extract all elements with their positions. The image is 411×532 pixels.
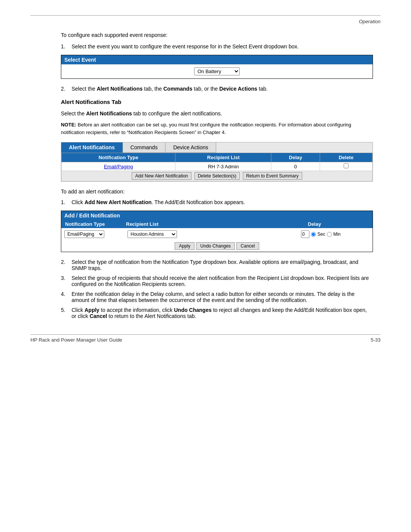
add-edit-delay-area: Sec Min [301, 230, 370, 238]
step3-notif-text: Select the group of recipients that shou… [72, 275, 373, 287]
step2-bold1: Alert Notifications [97, 86, 143, 92]
col-header-delay: Delay [271, 153, 320, 162]
step1-num: 1. [61, 43, 72, 50]
step3-notif: 3. Select the group of recipients that s… [61, 275, 373, 287]
step2-item: 2. Select the Alert Notifications tab, t… [61, 86, 373, 92]
add-new-alert-notification-button[interactable]: Add New Alert Notification [132, 172, 191, 180]
step2-bold3: Device Actions [219, 86, 257, 92]
add-alert-bold: Add New Alert Notification [84, 199, 151, 205]
section-heading: Alert Notifications Tab [61, 99, 373, 105]
step5-bold3: Cancel [89, 313, 107, 319]
bottom-rule [30, 334, 381, 335]
delay-sec-label: Sec [317, 232, 325, 237]
add-edit-header: Add / Edit Notification [61, 211, 373, 220]
notif-type-cell: Email/Paging [62, 162, 175, 171]
add-alert-step1-num: 1. [61, 199, 72, 205]
tab-device-actions[interactable]: Device Actions [166, 142, 216, 153]
col-header-notif-type: Notification Type [62, 153, 175, 162]
col-header-recip-list: Recipient List [175, 153, 271, 162]
note-text: Before an alert notification can be set … [61, 122, 351, 135]
step1-item: 1. Select the event you want to configur… [61, 43, 373, 50]
delay-min-radio[interactable] [327, 232, 332, 237]
section-para: Select the Alert Notifications tab to co… [61, 110, 373, 117]
email-paging-link[interactable]: Email/Paging [104, 164, 133, 169]
recipient-list-cell: RH 7-3 Admin [175, 162, 271, 171]
add-edit-recip-area: Houston Admins [125, 230, 301, 238]
step1-text: Select the event you want to configure t… [72, 43, 373, 50]
footer-row: HP Rack and Power Manager User Guide 5-3… [30, 337, 381, 343]
step2-notif-num: 2. [61, 259, 72, 271]
tab-alert-notifications[interactable]: Alert Notifications [61, 142, 123, 153]
add-edit-notification-box: Add / Edit Notification Notification Typ… [61, 211, 373, 252]
delete-selections-button[interactable]: Delete Selection(s) [194, 172, 240, 180]
apply-button[interactable]: Apply [175, 242, 194, 250]
step4-notif: 4. Enter the notification delay in the D… [61, 291, 373, 303]
delete-checkbox[interactable] [344, 163, 349, 168]
select-event-dropdown[interactable]: On Battery [194, 67, 240, 75]
footer-left: HP Rack and Power Manager User Guide [30, 337, 122, 343]
return-to-event-summary-button[interactable]: Return to Event Summary [243, 172, 302, 180]
add-edit-col-delay-label: Delay [304, 221, 373, 227]
step2-bold2: Commands [163, 86, 192, 92]
table-row: Email/Paging RH 7-3 Admin 0 [62, 162, 373, 171]
undo-changes-button[interactable]: Undo Changes [196, 242, 235, 250]
delete-cell [320, 162, 372, 171]
step2-notif: 2. Select the type of notification from … [61, 259, 373, 271]
step4-notif-text: Enter the notification delay in the Dela… [72, 291, 373, 303]
step5-bold1: Apply [84, 307, 99, 313]
add-edit-notif-type-area: Email/Paging [64, 230, 125, 238]
delay-cell: 0 [271, 162, 320, 171]
add-alert-step1-text: Click Add New Alert Notification. The Ad… [72, 199, 373, 205]
notification-table: Notification Type Recipient List Delay D… [61, 153, 373, 181]
step4-notif-num: 4. [61, 291, 72, 303]
tabs-row: Alert Notifications Commands Device Acti… [61, 142, 373, 153]
add-edit-col-recip-label: Recipient List [122, 221, 304, 227]
add-alert-step1: 1. Click Add New Alert Notification. The… [61, 199, 373, 205]
note-label: NOTE: [61, 122, 76, 128]
add-edit-actions: Apply Undo Changes Cancel [61, 240, 373, 252]
step5-bold2: Undo Changes [174, 307, 212, 313]
delay-input[interactable] [301, 230, 309, 238]
select-event-body: On Battery [61, 64, 373, 78]
step2-num: 2. [61, 86, 72, 92]
delay-sec-radio[interactable] [311, 232, 316, 237]
action-row: Add New Alert Notification Delete Select… [62, 171, 373, 181]
step2-text: Select the Alert Notifications tab, the … [72, 86, 373, 92]
cancel-button[interactable]: Cancel [236, 242, 259, 250]
add-edit-col-headers: Notification Type Recipient List Delay [61, 220, 373, 228]
footer-right: 5-33 [371, 337, 381, 343]
step5-notif-num: 5. [61, 307, 72, 319]
add-edit-col-notif-label: Notification Type [61, 221, 122, 227]
recipient-list-dropdown[interactable]: Houston Admins [127, 230, 177, 238]
step3-notif-num: 3. [61, 275, 72, 287]
col-header-delete: Delete [320, 153, 372, 162]
action-cells: Add New Alert Notification Delete Select… [62, 171, 373, 181]
section-para-bold: Alert Notifications [86, 110, 132, 117]
tab-commands[interactable]: Commands [123, 142, 166, 153]
notification-type-dropdown[interactable]: Email/Paging [64, 230, 104, 238]
add-alert-para: To add an alert notification: [61, 189, 373, 195]
operation-label: Operation [30, 19, 381, 24]
step5-notif: 5. Click Apply to accept the information… [61, 307, 373, 319]
intro-text: To configure each supported event respon… [61, 32, 373, 38]
alert-notif-container: Alert Notifications Commands Device Acti… [61, 142, 373, 182]
delay-min-label: Min [333, 232, 341, 237]
step5-notif-text: Click Apply to accept the information, c… [72, 307, 373, 319]
step2-notif-text: Select the type of notification from the… [72, 259, 373, 271]
select-event-box: Select Event On Battery [61, 55, 373, 79]
add-edit-body: Email/Paging Houston Admins Sec Min [61, 228, 373, 240]
select-event-header: Select Event [61, 55, 373, 64]
note-block: NOTE: Before an alert notification can b… [61, 121, 373, 136]
